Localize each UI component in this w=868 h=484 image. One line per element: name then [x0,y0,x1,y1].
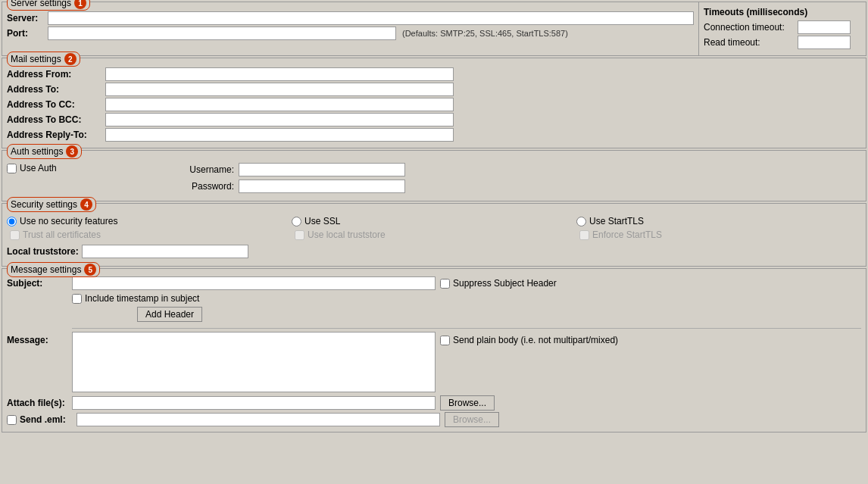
address-replyto-label: Address Reply-To: [7,130,105,140]
suppress-row: Suppress Subject Header [440,278,557,289]
address-to-input[interactable] [105,83,454,96]
auth-row: Use Auth Username: Password: [7,160,861,196]
no-security-option: Use no security features [7,216,292,226]
use-local-truststore-option: Use local truststore [295,230,576,240]
address-from-row: Address From: [7,67,861,81]
use-auth-checkbox[interactable] [7,164,17,173]
subject-outer-row: Subject: Suppress Subject Header [7,276,861,290]
address-cc-row: Address To CC: [7,98,861,111]
main-container: Server settings 1 Server: Port: (Default… [0,0,868,484]
server-title-text: Server settings [11,0,71,8]
auth-badge: 3 [66,145,78,158]
security-col-none: Use no security features Trust all certi… [7,216,292,258]
address-replyto-input[interactable] [105,128,454,142]
browse-eml-button[interactable]: Browse... [445,412,499,427]
send-plain-checkbox[interactable] [440,336,450,345]
password-row: Password: [173,180,405,193]
message-section-header: Message settings 5 [7,262,100,277]
no-security-radio[interactable] [7,217,17,226]
local-truststore-row: Local truststore: [7,245,292,258]
subject-row: Subject: [7,276,436,290]
address-bcc-row: Address To BCC: [7,113,861,126]
message-section: Message settings 5 Subject: Suppress Sub… [2,268,866,432]
server-input-row: Server: [7,11,694,25]
message-badge: 5 [84,264,96,276]
local-truststore-label: Local truststore: [7,246,79,257]
message-textarea[interactable] [72,332,436,392]
server-title-wrapper: Server settings 1 [7,0,90,11]
mail-content: Address From: Address To: Address To CC:… [2,58,866,148]
message-divider [72,328,861,329]
address-cc-input[interactable] [105,98,454,111]
suppress-subject-checkbox[interactable] [440,279,450,289]
mail-badge: 2 [64,53,76,65]
read-timeout-input[interactable] [798,36,851,49]
local-truststore-input[interactable] [82,245,248,258]
send-eml-check: Send .eml: [7,414,67,425]
security-title-text: Security settings [11,199,77,210]
use-local-truststore-checkbox[interactable] [295,230,304,240]
attach-input[interactable] [72,396,436,410]
enforce-starttls-label: Enforce StartTLS [592,230,662,240]
security-content: Use no security features Trust all certi… [2,204,866,266]
include-timestamp-checkbox[interactable] [72,294,82,304]
starttls-radio[interactable] [576,217,586,226]
server-badge: 1 [74,0,86,9]
security-col-starttls: Use StartTLS Enforce StartTLS [576,216,861,240]
send-eml-checkbox[interactable] [7,415,17,425]
timeouts-panel: Timeouts (milliseconds) Connection timeo… [699,2,866,55]
auth-title-wrapper: Auth settings 3 [7,144,82,159]
port-hint: (Defaults: SMTP:25, SSL:465, StartTLS:58… [402,29,568,38]
auth-left: Use Auth [7,163,158,173]
add-header-button[interactable]: Add Header [137,307,202,322]
security-col-ssl: Use SSL Use local truststore [292,216,576,240]
subject-input[interactable] [72,276,436,290]
read-timeout-label: Read timeout: [704,37,795,48]
no-security-label: Use no security features [20,216,117,226]
auth-content: Use Auth Username: Password: [2,151,866,201]
trust-all-label: Trust all certificates [23,230,101,240]
security-badge: 4 [80,198,92,211]
auth-right: Username: Password: [173,163,405,193]
password-input[interactable] [239,180,405,193]
address-replyto-row: Address Reply-To: [7,128,861,142]
security-section-header: Security settings 4 [7,197,96,212]
browse-button[interactable]: Browse... [440,395,495,411]
trust-all-option: Trust all certificates [10,230,292,240]
mail-title-text: Mail settings [11,54,61,64]
server-section: Server settings 1 Server: Port: (Default… [2,2,866,56]
add-header-wrapper: Add Header [72,307,861,325]
timestamp-row: Include timestamp in subject [72,293,861,304]
trust-all-checkbox[interactable] [10,230,20,240]
port-input[interactable] [48,27,396,40]
address-cc-label: Address To CC: [7,99,105,110]
security-section: Security settings 4 Use no security feat… [2,203,866,267]
use-local-truststore-label: Use local truststore [308,230,386,240]
server-label: Server: [7,13,45,23]
subject-label: Subject: [7,278,67,289]
ssl-radio[interactable] [292,217,301,226]
port-label: Port: [7,28,45,39]
timeouts-title: Timeouts (milliseconds) [704,7,861,17]
enforce-starttls-checkbox[interactable] [579,230,589,240]
password-label: Password: [173,181,234,192]
server-settings-panel: Server settings 1 Server: Port: (Default… [2,2,699,55]
address-bcc-label: Address To BCC: [7,114,105,125]
auth-section: Auth settings 3 Use Auth Username: Passw… [2,150,866,201]
message-label: Message: [7,332,67,345]
message-row: Message: [7,332,436,392]
username-input[interactable] [239,163,405,176]
message-title-text: Message settings [11,264,81,275]
suppress-subject-label: Suppress Subject Header [453,278,557,289]
send-plain-label: Send plain body (i.e. not multipart/mixe… [453,335,618,345]
connection-timeout-input[interactable] [798,20,851,34]
server-input[interactable] [48,11,694,25]
security-options-row: Use no security features Trust all certi… [7,213,861,261]
send-plain-row: Send plain body (i.e. not multipart/mixe… [440,332,618,345]
connection-timeout-label: Connection timeout: [704,22,795,33]
address-bcc-input[interactable] [105,113,454,126]
address-to-row: Address To: [7,83,861,96]
send-eml-input[interactable] [76,413,440,426]
ssl-label: Use SSL [304,216,340,226]
address-from-input[interactable] [105,67,454,81]
